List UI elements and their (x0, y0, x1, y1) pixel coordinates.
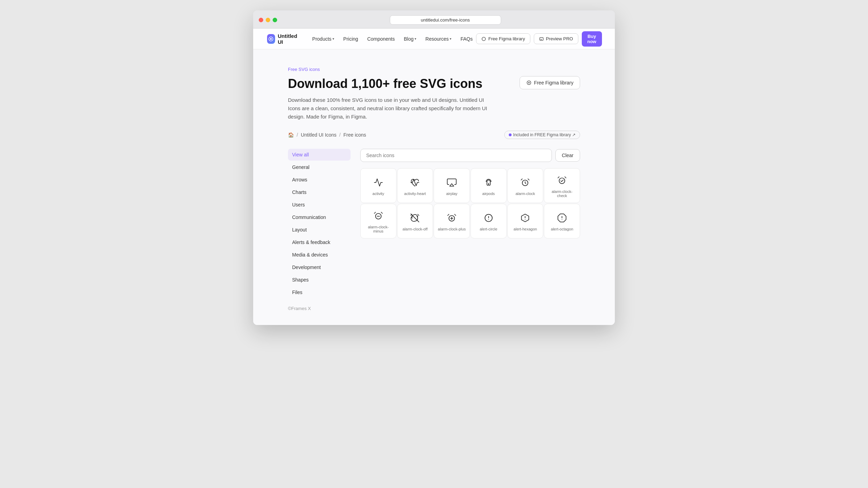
activity-heart-icon (410, 178, 420, 187)
icon-card-alarm-clock[interactable]: alarm-clock (507, 168, 544, 203)
svg-line-14 (565, 177, 566, 178)
search-bar-row: Clear (360, 149, 580, 162)
icon-label: activity-heart (404, 192, 426, 196)
maximize-button[interactable] (273, 18, 277, 22)
icon-grid-row1: activity activity-heart (360, 168, 580, 203)
alarm-clock-check-icon (557, 176, 567, 185)
preview-pro-button[interactable]: Preview PRO (534, 33, 578, 44)
sidebar-item-files[interactable]: Files (288, 286, 351, 298)
icon-label: alarm-clock-check (548, 189, 576, 198)
main-area: View all General Arrows Charts Users Com… (288, 149, 580, 299)
breadcrumb-sep: / (297, 132, 298, 138)
nav-item-pricing[interactable]: Pricing (340, 34, 362, 44)
page-title: Download 1,100+ free SVG icons (288, 76, 490, 91)
svg-line-11 (528, 179, 530, 180)
browser-chrome: untitledui.com/free-icons (253, 10, 615, 29)
footer-credit: ©Frames X (288, 306, 580, 311)
svg-line-17 (374, 212, 376, 214)
icon-label: alert-hexagon (514, 227, 537, 231)
icon-label: airplay (446, 192, 457, 196)
nav-item-products[interactable]: Products ▾ (309, 34, 338, 44)
sidebar-item-development[interactable]: Development (288, 261, 351, 273)
chevron-down-icon: ▾ (450, 37, 451, 41)
svg-rect-3 (540, 38, 543, 40)
icon-card-alert-octagon[interactable]: alert-octagon (544, 204, 580, 238)
hero-breadcrumb-label: Free SVG icons (288, 67, 580, 72)
browser-window: untitledui.com/free-icons Untitled UI Pr… (253, 10, 615, 325)
icon-card-alarm-clock-off[interactable]: alarm-clock-off (397, 204, 433, 238)
sidebar-item-general[interactable]: General (288, 161, 351, 173)
sidebar-item-charts[interactable]: Charts (288, 186, 351, 198)
minimize-button[interactable] (266, 18, 270, 22)
icon-card-airpods[interactable]: airpods (471, 168, 507, 203)
nav-item-components[interactable]: Components (364, 34, 398, 44)
svg-line-18 (381, 212, 383, 214)
icon-area: Clear activity (360, 149, 580, 299)
sidebar-item-layout[interactable]: Layout (288, 224, 351, 236)
hero-text: Download 1,100+ free SVG icons Download … (288, 76, 490, 121)
svg-line-26 (455, 214, 456, 216)
address-bar: untitledui.com/free-icons (281, 15, 609, 25)
sidebar-item-communication[interactable]: Communication (288, 211, 351, 223)
breadcrumb-free-icons[interactable]: Free icons (344, 132, 366, 138)
icon-label: alert-octagon (551, 227, 573, 231)
activity-icon (373, 178, 383, 187)
svg-marker-6 (450, 184, 454, 186)
page-content: Free SVG icons Download 1,100+ free SVG … (253, 49, 615, 325)
icon-card-activity-heart[interactable]: activity-heart (397, 168, 433, 203)
sidebar-item-alerts[interactable]: Alerts & feedback (288, 236, 351, 248)
figma-library-button[interactable]: Free Figma library (476, 33, 530, 44)
airplay-icon (447, 178, 457, 187)
icon-card-alarm-clock-minus[interactable]: alarm-clock-minus (360, 204, 396, 238)
figma-icon (481, 36, 486, 41)
alert-circle-icon (484, 213, 493, 223)
icon-card-airplay[interactable]: airplay (434, 168, 470, 203)
nav-item-blog[interactable]: Blog ▾ (400, 34, 420, 44)
figma-library-badge[interactable]: Included in FREE Figma library ↗ (504, 131, 580, 139)
sidebar-item-media[interactable]: Media & devices (288, 249, 351, 261)
icon-label: alert-circle (480, 227, 497, 231)
nav-item-resources[interactable]: Resources ▾ (422, 34, 455, 44)
clear-button[interactable]: Clear (555, 149, 580, 162)
chevron-down-icon: ▾ (332, 37, 334, 41)
search-input[interactable] (360, 149, 552, 162)
alarm-clock-plus-icon (447, 213, 457, 223)
icon-label: airpods (482, 192, 495, 196)
airpods-icon (484, 178, 493, 187)
sidebar-item-shapes[interactable]: Shapes (288, 274, 351, 286)
icon-card-alert-hexagon[interactable]: alert-hexagon (507, 204, 544, 238)
logo-text: Untitled UI (278, 33, 299, 45)
home-icon[interactable]: 🏠 (288, 132, 294, 138)
sidebar-item-view-all[interactable]: View all (288, 149, 351, 161)
buy-now-button[interactable]: Buy now (582, 31, 602, 47)
icon-label: alarm-clock (515, 192, 535, 196)
svg-point-1 (270, 38, 272, 40)
breadcrumb-icons-link[interactable]: Untitled UI Icons (301, 132, 337, 138)
alarm-clock-icon (520, 178, 530, 187)
nav-logo[interactable]: Untitled UI (267, 33, 299, 45)
alert-octagon-icon (557, 213, 567, 223)
badge-dot (509, 133, 512, 136)
icon-card-alert-circle[interactable]: alert-circle (471, 204, 507, 238)
figma-icon (526, 80, 532, 86)
sidebar-item-users[interactable]: Users (288, 199, 351, 211)
hero-figma-button[interactable]: Free Figma library (520, 76, 580, 89)
hero-description: Download these 100% free SVG icons to us… (288, 96, 490, 121)
icon-card-alarm-clock-check[interactable]: alarm-clock-check (544, 168, 580, 203)
alert-hexagon-icon (520, 213, 530, 223)
chevron-down-icon: ▾ (415, 37, 416, 41)
svg-point-5 (528, 82, 530, 83)
icon-card-alarm-clock-plus[interactable]: alarm-clock-plus (434, 204, 470, 238)
icon-grid-row2: alarm-clock-minus alarm-clock-off (360, 204, 580, 238)
icon-card-activity[interactable]: activity (360, 168, 396, 203)
icon-label: alarm-clock-off (403, 227, 428, 231)
logo-icon (267, 34, 275, 44)
nav-item-faqs[interactable]: FAQs (457, 34, 476, 44)
breadcrumb-sep2: / (339, 132, 341, 138)
svg-point-2 (482, 37, 485, 41)
breadcrumb: 🏠 / Untitled UI Icons / Free icons Inclu… (288, 131, 580, 139)
sidebar-item-arrows[interactable]: Arrows (288, 174, 351, 186)
svg-line-10 (521, 179, 523, 180)
url-input[interactable]: untitledui.com/free-icons (390, 15, 501, 25)
close-button[interactable] (259, 18, 263, 22)
